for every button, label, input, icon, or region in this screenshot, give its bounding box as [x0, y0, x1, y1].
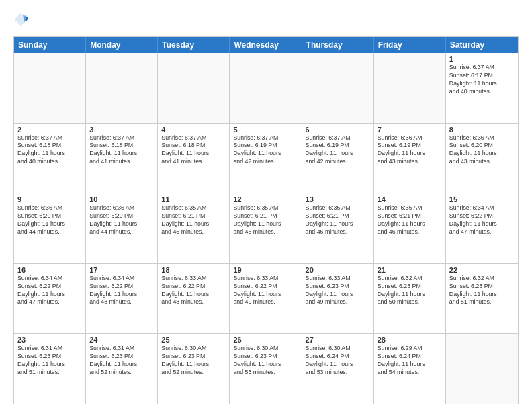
calendar-cell: 11Sunrise: 6:35 AM Sunset: 6:21 PM Dayli… [158, 193, 230, 263]
cell-info: Sunrise: 6:34 AM Sunset: 6:22 PM Dayligh… [449, 204, 515, 236]
calendar: SundayMondayTuesdayWednesdayThursdayFrid… [13, 36, 519, 404]
day-of-week-friday: Friday [374, 37, 446, 53]
calendar-row-3: 16Sunrise: 6:34 AM Sunset: 6:22 PM Dayli… [14, 264, 518, 334]
day-number: 23 [17, 336, 82, 344]
day-of-week-sunday: Sunday [14, 37, 86, 53]
calendar-cell: 3Sunrise: 6:37 AM Sunset: 6:18 PM Daylig… [86, 124, 158, 193]
calendar-cell: 2Sunrise: 6:37 AM Sunset: 6:18 PM Daylig… [14, 124, 86, 193]
calendar-cell: 14Sunrise: 6:35 AM Sunset: 6:21 PM Dayli… [374, 193, 446, 263]
calendar-cell: 20Sunrise: 6:33 AM Sunset: 6:23 PM Dayli… [302, 264, 374, 334]
cell-info: Sunrise: 6:32 AM Sunset: 6:23 PM Dayligh… [449, 275, 515, 307]
day-number: 27 [306, 336, 370, 344]
cell-info: Sunrise: 6:36 AM Sunset: 6:20 PM Dayligh… [449, 134, 515, 167]
cell-info: Sunrise: 6:31 AM Sunset: 6:23 PM Dayligh… [89, 345, 154, 377]
cell-info: Sunrise: 6:36 AM Sunset: 6:19 PM Dayligh… [378, 134, 442, 167]
cell-info: Sunrise: 6:31 AM Sunset: 6:23 PM Dayligh… [17, 345, 82, 377]
cell-info: Sunrise: 6:33 AM Sunset: 6:23 PM Dayligh… [306, 275, 370, 307]
day-of-week-wednesday: Wednesday [230, 37, 302, 53]
day-number: 9 [17, 195, 82, 203]
cell-info: Sunrise: 6:32 AM Sunset: 6:23 PM Dayligh… [378, 275, 442, 307]
day-number: 17 [89, 266, 154, 274]
cell-info: Sunrise: 6:37 AM Sunset: 6:19 PM Dayligh… [306, 134, 370, 167]
cell-info: Sunrise: 6:37 AM Sunset: 6:18 PM Dayligh… [89, 134, 154, 167]
cell-info: Sunrise: 6:37 AM Sunset: 6:19 PM Dayligh… [233, 134, 298, 167]
calendar-cell: 1Sunrise: 6:37 AM Sunset: 6:17 PM Daylig… [446, 53, 518, 123]
day-number: 20 [306, 266, 370, 274]
cell-info: Sunrise: 6:30 AM Sunset: 6:23 PM Dayligh… [161, 345, 226, 377]
logo [13, 12, 30, 31]
day-of-week-thursday: Thursday [302, 37, 374, 53]
calendar-cell: 17Sunrise: 6:34 AM Sunset: 6:22 PM Dayli… [86, 264, 158, 334]
day-number: 25 [161, 336, 226, 344]
cell-info: Sunrise: 6:35 AM Sunset: 6:21 PM Dayligh… [378, 204, 442, 236]
cell-info: Sunrise: 6:37 AM Sunset: 6:18 PM Dayligh… [17, 134, 82, 167]
calendar-cell: 8Sunrise: 6:36 AM Sunset: 6:20 PM Daylig… [446, 124, 518, 193]
cell-info: Sunrise: 6:35 AM Sunset: 6:21 PM Dayligh… [161, 204, 226, 236]
day-number: 5 [233, 126, 298, 134]
day-number: 21 [378, 266, 442, 274]
day-number: 15 [449, 195, 515, 203]
calendar-row-0: 1Sunrise: 6:37 AM Sunset: 6:17 PM Daylig… [14, 53, 518, 124]
calendar-cell: 28Sunrise: 6:29 AM Sunset: 6:24 PM Dayli… [374, 334, 446, 404]
day-number: 24 [89, 336, 154, 344]
day-of-week-tuesday: Tuesday [158, 37, 230, 53]
header [13, 12, 519, 31]
cell-info: Sunrise: 6:29 AM Sunset: 6:24 PM Dayligh… [378, 345, 442, 377]
cell-info: Sunrise: 6:34 AM Sunset: 6:22 PM Dayligh… [89, 275, 154, 307]
calendar-cell: 25Sunrise: 6:30 AM Sunset: 6:23 PM Dayli… [158, 334, 230, 404]
calendar-cell: 27Sunrise: 6:30 AM Sunset: 6:24 PM Dayli… [302, 334, 374, 404]
day-number: 11 [161, 195, 226, 203]
cell-info: Sunrise: 6:35 AM Sunset: 6:21 PM Dayligh… [306, 204, 370, 236]
cell-info: Sunrise: 6:34 AM Sunset: 6:22 PM Dayligh… [17, 275, 82, 307]
cell-info: Sunrise: 6:30 AM Sunset: 6:24 PM Dayligh… [306, 345, 370, 377]
cell-info: Sunrise: 6:33 AM Sunset: 6:22 PM Dayligh… [233, 275, 298, 307]
cell-info: Sunrise: 6:37 AM Sunset: 6:17 PM Dayligh… [449, 64, 515, 96]
day-of-week-saturday: Saturday [446, 37, 518, 53]
calendar-row-1: 2Sunrise: 6:37 AM Sunset: 6:18 PM Daylig… [14, 124, 518, 194]
day-number: 2 [17, 126, 82, 134]
calendar-cell: 13Sunrise: 6:35 AM Sunset: 6:21 PM Dayli… [302, 193, 374, 263]
calendar-header: SundayMondayTuesdayWednesdayThursdayFrid… [14, 37, 518, 53]
day-number: 19 [233, 266, 298, 274]
day-number: 26 [233, 336, 298, 344]
calendar-cell [302, 53, 374, 123]
day-number: 4 [161, 126, 226, 134]
calendar-cell: 4Sunrise: 6:37 AM Sunset: 6:18 PM Daylig… [158, 124, 230, 193]
day-number: 12 [233, 195, 298, 203]
calendar-cell: 10Sunrise: 6:36 AM Sunset: 6:20 PM Dayli… [86, 193, 158, 263]
day-number: 13 [306, 195, 370, 203]
day-number: 7 [378, 126, 442, 134]
calendar-cell [374, 53, 446, 123]
calendar-cell [158, 53, 230, 123]
cell-info: Sunrise: 6:30 AM Sunset: 6:23 PM Dayligh… [233, 345, 298, 377]
day-number: 10 [89, 195, 154, 203]
calendar-cell: 22Sunrise: 6:32 AM Sunset: 6:23 PM Dayli… [446, 264, 518, 334]
calendar-cell: 7Sunrise: 6:36 AM Sunset: 6:19 PM Daylig… [374, 124, 446, 193]
calendar-cell: 21Sunrise: 6:32 AM Sunset: 6:23 PM Dayli… [374, 264, 446, 334]
cell-info: Sunrise: 6:36 AM Sunset: 6:20 PM Dayligh… [89, 204, 154, 236]
calendar-cell: 24Sunrise: 6:31 AM Sunset: 6:23 PM Dayli… [86, 334, 158, 404]
calendar-cell: 26Sunrise: 6:30 AM Sunset: 6:23 PM Dayli… [230, 334, 302, 404]
cell-info: Sunrise: 6:33 AM Sunset: 6:22 PM Dayligh… [161, 275, 226, 307]
day-number: 18 [161, 266, 226, 274]
page: SundayMondayTuesdayWednesdayThursdayFrid… [0, 0, 532, 411]
cell-info: Sunrise: 6:36 AM Sunset: 6:20 PM Dayligh… [17, 204, 82, 236]
day-number: 3 [89, 126, 154, 134]
day-number: 14 [378, 195, 442, 203]
calendar-cell: 5Sunrise: 6:37 AM Sunset: 6:19 PM Daylig… [230, 124, 302, 193]
calendar-row-2: 9Sunrise: 6:36 AM Sunset: 6:20 PM Daylig… [14, 193, 518, 264]
day-number: 22 [449, 266, 515, 274]
calendar-cell: 23Sunrise: 6:31 AM Sunset: 6:23 PM Dayli… [14, 334, 86, 404]
calendar-cell: 12Sunrise: 6:35 AM Sunset: 6:21 PM Dayli… [230, 193, 302, 263]
calendar-cell [446, 334, 518, 404]
calendar-cell: 9Sunrise: 6:36 AM Sunset: 6:20 PM Daylig… [14, 193, 86, 263]
day-number: 8 [449, 126, 515, 134]
calendar-cell: 15Sunrise: 6:34 AM Sunset: 6:22 PM Dayli… [446, 193, 518, 263]
calendar-row-4: 23Sunrise: 6:31 AM Sunset: 6:23 PM Dayli… [14, 334, 518, 404]
calendar-cell [230, 53, 302, 123]
day-number: 28 [378, 336, 442, 344]
day-number: 6 [306, 126, 370, 134]
logo-icon [13, 12, 28, 27]
cell-info: Sunrise: 6:37 AM Sunset: 6:18 PM Dayligh… [161, 134, 226, 167]
calendar-cell: 16Sunrise: 6:34 AM Sunset: 6:22 PM Dayli… [14, 264, 86, 334]
